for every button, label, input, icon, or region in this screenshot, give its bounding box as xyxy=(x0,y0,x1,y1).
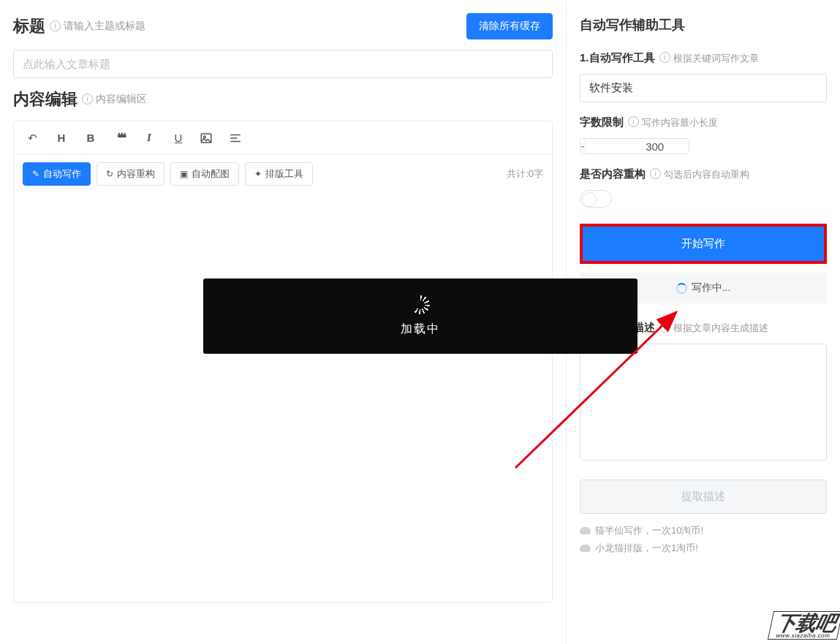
svg-point-1 xyxy=(203,136,205,138)
editor-toolbar: ↶ H B ❝❝ I U xyxy=(14,121,552,155)
restructure-label: 是否内容重构 xyxy=(580,167,646,181)
pen-icon: ✎ xyxy=(32,169,39,179)
layout-button[interactable]: ✦排版工具 xyxy=(245,162,313,186)
footnote-1: 猫半仙写作，一次10淘币! xyxy=(580,524,827,537)
word-limit-label: 字数限制 xyxy=(580,115,624,129)
keyword-input[interactable] xyxy=(580,74,827,102)
editor-subbar: ✎自动写作 ↻内容重构 ▣自动配图 ✦排版工具 共计:0字 xyxy=(14,155,552,193)
word-limit-header: 字数限制 i 写作内容最小长度 xyxy=(580,115,827,129)
watermark: 下载吧 www.xiazaiba.com xyxy=(771,611,840,640)
quote-icon[interactable]: ❝❝ xyxy=(112,130,128,145)
restructure-hint: 勾选后内容自动重构 xyxy=(664,168,749,181)
restructure-header: 是否内容重构 i 勾选后内容自动重构 xyxy=(580,167,827,181)
loading-modal: 加载中 xyxy=(203,279,637,354)
info-icon: i xyxy=(659,52,670,63)
word-count: 共计:0字 xyxy=(507,167,543,181)
restructure-toggle[interactable] xyxy=(580,190,612,208)
info-icon: i xyxy=(650,168,661,179)
clear-cache-button[interactable]: 清除所有缓存 xyxy=(466,13,553,39)
auto-write-button[interactable]: ✎自动写作 xyxy=(23,162,91,186)
editor-section-header: 内容编辑 i 内容编辑区 xyxy=(13,88,553,110)
picture-icon: ▣ xyxy=(180,169,188,179)
section2-hint: 根据文章内容生成描述 xyxy=(673,322,768,335)
title-hint: 请输入主题或标题 xyxy=(64,20,145,33)
editor-body[interactable] xyxy=(14,193,552,602)
restructure-button[interactable]: ↻内容重构 xyxy=(97,162,164,186)
align-left-icon[interactable] xyxy=(229,132,245,145)
image-icon[interactable] xyxy=(200,132,216,145)
watermark-en: www.xiazaiba.com xyxy=(776,632,831,639)
loading-spinner-icon xyxy=(411,295,430,314)
info-icon: i xyxy=(659,322,670,333)
italic-icon[interactable]: I xyxy=(141,132,157,144)
auto-image-button[interactable]: ▣自动配图 xyxy=(170,162,239,186)
refresh-icon: ↻ xyxy=(106,169,113,179)
footnotes: 猫半仙写作，一次10淘币! 小龙猫排版，一次1淘币! xyxy=(580,524,827,555)
title-label: 标题 xyxy=(13,15,45,37)
cloud-icon xyxy=(580,527,591,534)
heading-icon[interactable]: H xyxy=(53,132,69,144)
description-textarea[interactable] xyxy=(580,344,827,461)
section1-label: 1.自动写作工具 xyxy=(580,51,655,65)
editor-label: 内容编辑 xyxy=(13,88,77,110)
undo-icon[interactable]: ↶ xyxy=(24,132,40,145)
word-limit-input[interactable] xyxy=(586,139,689,154)
article-title-input[interactable] xyxy=(13,50,553,78)
info-icon: i xyxy=(628,116,639,127)
editor-hint: 内容编辑区 xyxy=(96,93,147,106)
stepper-minus-button[interactable]: - xyxy=(580,139,586,154)
word-limit-stepper: - + xyxy=(580,138,689,154)
spinner-icon xyxy=(676,283,687,294)
start-writing-button[interactable]: 开始写作 xyxy=(583,227,824,261)
editor-panel: ↶ H B ❝❝ I U ✎自动写作 ↻内容重构 ▣自动配图 ✦排版工具 xyxy=(13,121,553,603)
underline-icon[interactable]: U xyxy=(170,132,186,144)
info-icon: i xyxy=(82,94,93,105)
info-icon: i xyxy=(50,20,61,31)
word-limit-hint: 写作内容最小长度 xyxy=(642,116,718,129)
bold-icon[interactable]: B xyxy=(83,132,99,144)
section1-header: 1.自动写作工具 i 根据关键词写作文章 xyxy=(580,51,827,65)
title-section-header: 标题 i 请输入主题或标题 清除所有缓存 xyxy=(13,13,553,39)
sidebar-title: 自动写作辅助工具 xyxy=(580,16,827,34)
tools-icon: ✦ xyxy=(254,169,262,179)
extract-description-button[interactable]: 提取描述 xyxy=(580,480,827,514)
start-button-highlight: 开始写作 xyxy=(580,224,827,264)
loading-text: 加载中 xyxy=(401,322,440,337)
writing-status-text: 写作中... xyxy=(692,281,731,295)
cloud-icon xyxy=(580,545,591,552)
section1-hint: 根据关键词写作文章 xyxy=(673,52,759,65)
watermark-cn: 下载吧 xyxy=(774,613,838,634)
footnote-2: 小龙猫排版，一次1淘币! xyxy=(580,542,827,555)
